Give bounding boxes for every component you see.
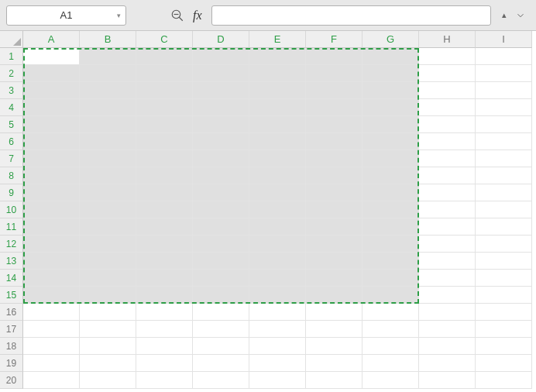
cell-D4[interactable] bbox=[193, 99, 249, 116]
cell-B20[interactable] bbox=[80, 372, 136, 389]
row-header-4[interactable]: 4 bbox=[0, 99, 23, 116]
cell-G1[interactable] bbox=[362, 48, 419, 65]
cell-D2[interactable] bbox=[193, 65, 249, 82]
cell-I7[interactable] bbox=[476, 150, 532, 167]
cell-G6[interactable] bbox=[362, 133, 419, 150]
cell-G2[interactable] bbox=[362, 65, 419, 82]
cell-A5[interactable] bbox=[23, 116, 80, 133]
cell-D16[interactable] bbox=[193, 304, 249, 321]
cell-A4[interactable] bbox=[23, 99, 80, 116]
cell-C18[interactable] bbox=[136, 338, 193, 355]
cell-A2[interactable] bbox=[23, 65, 80, 82]
cell-A20[interactable] bbox=[23, 372, 80, 389]
cell-B18[interactable] bbox=[80, 338, 136, 355]
cell-G15[interactable] bbox=[362, 287, 419, 304]
cell-F18[interactable] bbox=[306, 338, 362, 355]
row-header-1[interactable]: 1 bbox=[0, 48, 23, 65]
cell-F6[interactable] bbox=[306, 133, 362, 150]
cell-E13[interactable] bbox=[249, 253, 306, 270]
column-header-I[interactable]: I bbox=[476, 31, 532, 48]
cell-A14[interactable] bbox=[23, 270, 80, 287]
cell-H4[interactable] bbox=[419, 99, 476, 116]
cell-E7[interactable] bbox=[249, 150, 306, 167]
row-header-13[interactable]: 13 bbox=[0, 253, 23, 270]
cell-F4[interactable] bbox=[306, 99, 362, 116]
cell-E8[interactable] bbox=[249, 167, 306, 184]
cell-I18[interactable] bbox=[476, 338, 532, 355]
cell-F19[interactable] bbox=[306, 355, 362, 372]
cell-B6[interactable] bbox=[80, 133, 136, 150]
cell-G20[interactable] bbox=[362, 372, 419, 389]
cell-G7[interactable] bbox=[362, 150, 419, 167]
cell-H8[interactable] bbox=[419, 167, 476, 184]
cell-F5[interactable] bbox=[306, 116, 362, 133]
cell-H18[interactable] bbox=[419, 338, 476, 355]
cell-E5[interactable] bbox=[249, 116, 306, 133]
chevron-up-icon[interactable]: ▴ bbox=[502, 10, 507, 20]
cell-E1[interactable] bbox=[249, 48, 306, 65]
cell-I12[interactable] bbox=[476, 236, 532, 253]
cell-C16[interactable] bbox=[136, 304, 193, 321]
cell-H14[interactable] bbox=[419, 270, 476, 287]
cell-H6[interactable] bbox=[419, 133, 476, 150]
cell-D12[interactable] bbox=[193, 236, 249, 253]
cell-B7[interactable] bbox=[80, 150, 136, 167]
cell-G18[interactable] bbox=[362, 338, 419, 355]
cell-C7[interactable] bbox=[136, 150, 193, 167]
cell-E3[interactable] bbox=[249, 82, 306, 99]
row-header-5[interactable]: 5 bbox=[0, 116, 23, 133]
cell-I16[interactable] bbox=[476, 304, 532, 321]
spreadsheet-grid[interactable]: ABCDEFGHI1234567891011121314151617181920 bbox=[0, 31, 536, 389]
cell-G12[interactable] bbox=[362, 236, 419, 253]
cell-C20[interactable] bbox=[136, 372, 193, 389]
cell-I2[interactable] bbox=[476, 65, 532, 82]
cell-G13[interactable] bbox=[362, 253, 419, 270]
cell-E14[interactable] bbox=[249, 270, 306, 287]
cell-E16[interactable] bbox=[249, 304, 306, 321]
column-header-H[interactable]: H bbox=[419, 31, 476, 48]
cell-H1[interactable] bbox=[419, 48, 476, 65]
cell-G3[interactable] bbox=[362, 82, 419, 99]
cell-B10[interactable] bbox=[80, 201, 136, 218]
cell-I5[interactable] bbox=[476, 116, 532, 133]
cell-F20[interactable] bbox=[306, 372, 362, 389]
cell-E4[interactable] bbox=[249, 99, 306, 116]
cell-D6[interactable] bbox=[193, 133, 249, 150]
cell-C19[interactable] bbox=[136, 355, 193, 372]
cell-F12[interactable] bbox=[306, 236, 362, 253]
select-all-corner[interactable] bbox=[0, 31, 23, 48]
cell-F10[interactable] bbox=[306, 201, 362, 218]
row-header-17[interactable]: 17 bbox=[0, 321, 23, 338]
cell-G4[interactable] bbox=[362, 99, 419, 116]
cell-E20[interactable] bbox=[249, 372, 306, 389]
column-header-B[interactable]: B bbox=[80, 31, 136, 48]
cell-B16[interactable] bbox=[80, 304, 136, 321]
cell-D1[interactable] bbox=[193, 48, 249, 65]
cell-H15[interactable] bbox=[419, 287, 476, 304]
cell-I11[interactable] bbox=[476, 218, 532, 236]
cell-G17[interactable] bbox=[362, 321, 419, 338]
cell-H5[interactable] bbox=[419, 116, 476, 133]
cell-E11[interactable] bbox=[249, 218, 306, 236]
cell-I19[interactable] bbox=[476, 355, 532, 372]
row-header-6[interactable]: 6 bbox=[0, 133, 23, 150]
name-box[interactable]: A1 ▾ bbox=[6, 5, 126, 26]
cell-C3[interactable] bbox=[136, 82, 193, 99]
cell-H12[interactable] bbox=[419, 236, 476, 253]
cell-F9[interactable] bbox=[306, 184, 362, 201]
cell-F2[interactable] bbox=[306, 65, 362, 82]
cell-B3[interactable] bbox=[80, 82, 136, 99]
cell-I1[interactable] bbox=[476, 48, 532, 65]
cell-C14[interactable] bbox=[136, 270, 193, 287]
column-header-C[interactable]: C bbox=[136, 31, 193, 48]
column-header-E[interactable]: E bbox=[249, 31, 306, 48]
cell-D8[interactable] bbox=[193, 167, 249, 184]
cell-A12[interactable] bbox=[23, 236, 80, 253]
cell-G14[interactable] bbox=[362, 270, 419, 287]
cell-B2[interactable] bbox=[80, 65, 136, 82]
row-header-16[interactable]: 16 bbox=[0, 304, 23, 321]
row-header-14[interactable]: 14 bbox=[0, 270, 23, 287]
cell-I17[interactable] bbox=[476, 321, 532, 338]
cell-B19[interactable] bbox=[80, 355, 136, 372]
cell-C4[interactable] bbox=[136, 99, 193, 116]
